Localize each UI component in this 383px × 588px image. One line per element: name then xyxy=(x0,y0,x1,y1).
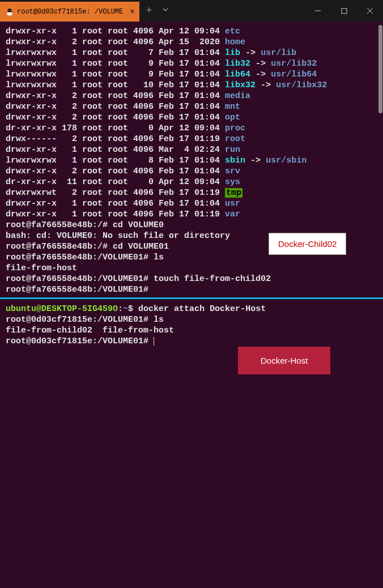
minimize-icon[interactable] xyxy=(305,0,331,22)
scrollbar-thumb[interactable] xyxy=(378,25,382,113)
tab-title: root@0d03cf71815e: /VOLUME xyxy=(17,8,123,16)
svg-point-0 xyxy=(8,8,12,12)
annotation-host-label: Docker-Host xyxy=(238,347,330,374)
svg-point-1 xyxy=(7,12,12,15)
svg-rect-5 xyxy=(342,8,347,14)
window-controls xyxy=(305,0,383,22)
maximize-icon[interactable] xyxy=(331,0,357,22)
svg-point-3 xyxy=(10,10,10,10)
active-tab[interactable]: root@0d03cf71815e: /VOLUME × xyxy=(0,2,139,22)
svg-point-2 xyxy=(8,10,9,10)
annotation-child-label: Docker-Child02 xyxy=(269,233,346,255)
tab-controls: + xyxy=(146,5,169,16)
titlebar: root@0d03cf71815e: /VOLUME × + xyxy=(0,0,383,22)
new-tab-icon[interactable]: + xyxy=(146,5,152,16)
close-icon[interactable] xyxy=(357,0,383,22)
close-tab-icon[interactable]: × xyxy=(130,7,134,16)
terminal-pane-bottom[interactable]: ubuntu@DESKTOP-5IG459O:~$ docker attach … xyxy=(0,299,383,347)
tab-dropdown-icon[interactable] xyxy=(162,6,169,16)
tux-icon xyxy=(6,8,14,16)
